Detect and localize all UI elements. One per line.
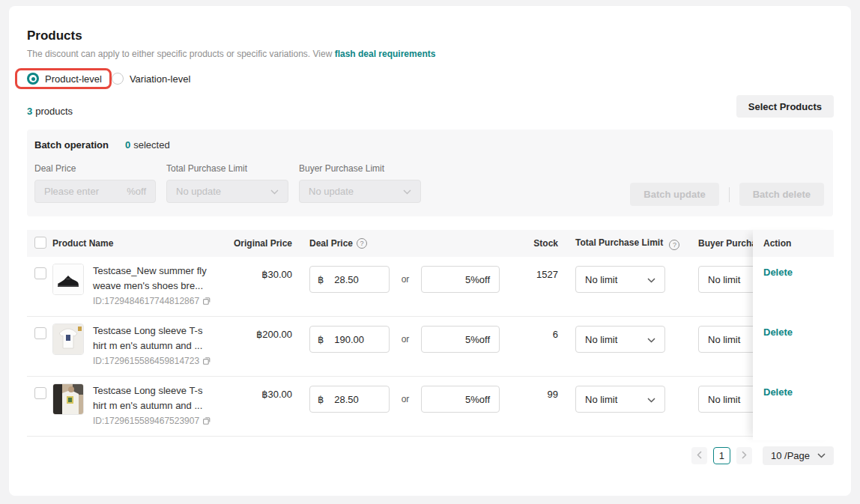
table-header-row: Product Name Original Price Deal Price ?… (27, 230, 834, 257)
product-name-line2: weave men's shoes bre... (93, 279, 219, 294)
batch-update-button[interactable]: Batch update (630, 183, 718, 206)
batch-deal-price-label: Deal Price (34, 163, 156, 174)
copy-icon[interactable] (202, 356, 211, 365)
total-limit-value: No limit (585, 274, 617, 285)
product-id-text: ID:1729484617744812867 (93, 296, 199, 306)
batch-total-limit-value: No update (176, 186, 221, 197)
header-action: Action (753, 230, 834, 257)
batch-total-limit-select[interactable]: No update (166, 180, 288, 203)
level-selector: Product-level Variation-level (15, 67, 833, 90)
row-checkbox[interactable] (34, 327, 46, 339)
select-all-checkbox[interactable] (34, 237, 46, 249)
deal-price-input[interactable]: ฿ 28.50 (309, 266, 390, 293)
product-name-line1: Testcase Long sleeve T-s (93, 324, 219, 338)
flash-deal-requirements-link[interactable]: flash deal requirements (335, 49, 436, 59)
product-name-line2: hirt m en's autumn and ... (93, 338, 219, 353)
row-checkbox[interactable] (34, 267, 46, 279)
product-name-line1: Testcase_New summer fly (93, 264, 219, 279)
total-limit-value: No limit (585, 394, 617, 405)
current-page[interactable]: 1 (713, 447, 730, 464)
product-id: ID:1729484617744812867 (93, 296, 219, 306)
percent-off-value: 5%off (465, 334, 490, 345)
radio-variation-level[interactable]: Variation-level (112, 73, 190, 85)
chevron-right-icon (742, 450, 747, 461)
percent-off-input[interactable]: 5%off (421, 266, 500, 293)
product-id-text: ID:1729615586459814723 (93, 356, 199, 366)
product-name: Testcase_New summer fly weave men's shoe… (93, 264, 219, 294)
chevron-down-icon (647, 274, 655, 285)
action-column: Action Delete Delete Delete (753, 230, 834, 440)
product-name-line2: hirt m en's autumn and ... (93, 398, 219, 413)
total-limit-select[interactable]: No limit (575, 326, 665, 353)
percent-off-value: 5%off (465, 274, 490, 285)
product-id: ID:1729615586459814723 (93, 356, 219, 366)
batch-buyer-limit-label: Buyer Purchase Limit (299, 163, 421, 174)
products-count: 3products (27, 106, 833, 117)
copy-icon[interactable] (202, 297, 211, 306)
divider (729, 187, 730, 202)
total-limit-select[interactable]: No limit (575, 266, 665, 293)
currency-symbol: ฿ (318, 394, 324, 405)
batch-operation-title: Batch operation (34, 139, 109, 151)
radio-product-level-label: Product-level (45, 73, 102, 85)
total-limit-value: No limit (585, 334, 617, 345)
next-page-button[interactable] (736, 447, 752, 464)
original-price: ฿200.00 (229, 329, 292, 340)
buyer-limit-value: No limit (708, 394, 740, 405)
help-icon[interactable]: ? (357, 238, 367, 249)
header-total-limit-label: Total Purchase Limit (575, 237, 663, 248)
batch-selected-number: 0 (125, 139, 130, 151)
stock-value: 6 (519, 329, 558, 340)
batch-operation-panel: Batch operation 0selected Deal Price Ple… (27, 130, 833, 216)
product-name: Testcase Long sleeve T-s hirt m en's aut… (93, 383, 219, 413)
radio-unselected-icon (112, 73, 124, 85)
percent-off-value: 5%off (465, 394, 490, 405)
deal-price-value: 28.50 (334, 394, 359, 405)
or-label: or (399, 274, 411, 285)
percent-off-input[interactable]: 5%off (421, 386, 500, 413)
percent-off-input[interactable]: 5%off (421, 326, 500, 353)
prev-page-button[interactable] (691, 447, 707, 464)
table-row: Testcase_New summer fly weave men's shoe… (27, 257, 834, 317)
delete-link[interactable]: Delete (763, 267, 793, 278)
batch-deal-price-input[interactable]: Please enter %off (34, 180, 156, 203)
chevron-down-icon (817, 453, 826, 458)
products-count-number: 3 (27, 106, 32, 117)
stock-value: 1527 (519, 269, 558, 280)
copy-icon[interactable] (202, 416, 211, 425)
product-image-shoes (52, 264, 84, 295)
delete-link[interactable]: Delete (763, 327, 793, 338)
help-icon[interactable]: ? (669, 240, 679, 250)
header-stock: Stock (519, 238, 558, 249)
chevron-down-icon (647, 334, 655, 345)
page-subtitle: The discount can apply to either specifi… (27, 49, 833, 59)
deal-price-value: 28.50 (334, 274, 359, 285)
header-deal-price-label: Deal Price (309, 238, 353, 249)
radio-variation-level-label: Variation-level (130, 73, 190, 85)
deal-price-input[interactable]: ฿ 190.00 (309, 326, 390, 353)
deal-price-input[interactable]: ฿ 28.50 (309, 386, 390, 413)
page-title: Products (27, 28, 833, 43)
product-id-text: ID:1729615589467523907 (93, 416, 199, 426)
batch-buyer-limit-value: No update (309, 186, 354, 197)
chevron-left-icon (697, 450, 702, 461)
page-size-select[interactable]: 10 /Page (763, 446, 834, 465)
batch-buyer-limit-select[interactable]: No update (299, 180, 421, 203)
chevron-down-icon (403, 186, 411, 197)
stock-value: 99 (519, 389, 558, 400)
batch-delete-button[interactable]: Batch delete (739, 183, 824, 206)
delete-link[interactable]: Delete (763, 386, 793, 398)
row-checkbox[interactable] (34, 387, 46, 399)
products-card: Products The discount can apply to eithe… (9, 6, 851, 496)
or-label: or (399, 334, 411, 344)
total-limit-select[interactable]: No limit (575, 386, 665, 413)
radio-product-level[interactable]: Product-level (27, 73, 102, 85)
batch-deal-price-suffix: %off (127, 186, 146, 197)
product-image-tshirt-photo (52, 383, 84, 415)
subtitle-text: The discount can apply to either specifi… (27, 49, 332, 59)
select-products-button[interactable]: Select Products (736, 95, 834, 118)
radio-selected-icon (27, 73, 39, 85)
or-label: or (399, 394, 411, 404)
product-image-tshirt (52, 324, 84, 355)
batch-selected-label: selected (133, 139, 169, 151)
